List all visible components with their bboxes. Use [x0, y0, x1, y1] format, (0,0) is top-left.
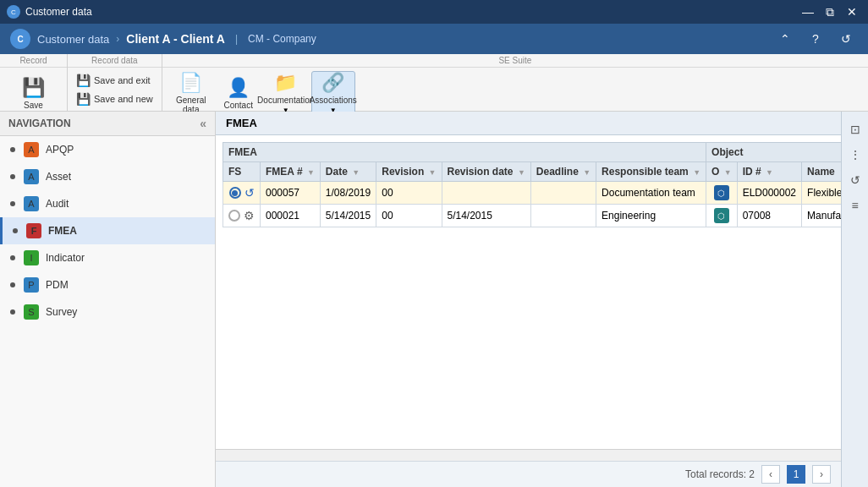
col-revision-date[interactable]: Revision date ▼: [442, 162, 530, 182]
total-records: Total records: 2: [685, 468, 755, 480]
sidebar-collapse-button[interactable]: «: [200, 117, 206, 130]
audit-icon: A: [24, 196, 39, 211]
asset-icon: A: [24, 169, 39, 184]
sidebar-item-apqp[interactable]: A APQP: [0, 136, 215, 163]
collapse-button[interactable]: ⌃: [773, 27, 797, 51]
col-date[interactable]: Date ▼: [320, 162, 376, 182]
right-tool-tree[interactable]: ⋮: [844, 144, 866, 166]
sidebar-label-pdm: PDM: [46, 279, 69, 291]
right-tool-list[interactable]: ≡: [844, 194, 866, 216]
sidebar-dot-indicator: [10, 255, 15, 260]
cell-responsible-team: Documentation team: [596, 182, 706, 205]
save-exit-button[interactable]: 💾 Save and exit: [73, 72, 157, 89]
help-button[interactable]: ?: [804, 27, 827, 51]
sidebar-item-fmea[interactable]: F FMEA: [0, 217, 215, 244]
table-footer: Total records: 2 ‹ 1 ›: [216, 461, 841, 487]
col-fmea-num[interactable]: FMEA # ▼: [261, 162, 321, 182]
save-exit-label: Save and exit: [94, 75, 151, 85]
status-icon: ↺: [244, 186, 255, 200]
radio-empty[interactable]: [228, 210, 240, 222]
sort-icon: ▼: [307, 168, 315, 177]
contact-button[interactable]: 👤 Contact: [217, 71, 261, 115]
sidebar-item-pdm[interactable]: P PDM: [0, 271, 215, 298]
sidebar-item-audit[interactable]: A Audit: [0, 190, 215, 217]
radio-selected[interactable]: [229, 187, 241, 199]
user-avatar: C: [10, 29, 30, 49]
table-row[interactable]: ↺ 000057 1/08/2019 00 Documentation team…: [223, 182, 842, 205]
breadcrumb-actions: ⌃ ? ↺: [773, 27, 858, 51]
col-fs[interactable]: FS: [223, 162, 261, 182]
table-row[interactable]: ⚙ 000021 5/14/2015 00 5/14/2015 Engineer…: [223, 205, 842, 227]
sort-icon: ▼: [518, 168, 525, 177]
breadcrumb-app[interactable]: Customer data: [37, 33, 109, 46]
apqp-icon: A: [24, 142, 39, 157]
pdm-icon: P: [24, 277, 39, 293]
save-exit-icon: 💾: [76, 74, 91, 87]
toolbar-record-label: Record: [0, 54, 67, 68]
main-layout: NAVIGATION « A APQP A Asset A Audit F FM…: [0, 112, 868, 487]
col-id[interactable]: ID # ▼: [737, 162, 801, 182]
cell-revision-date: [442, 182, 530, 205]
horizontal-scrollbar[interactable]: [216, 449, 841, 461]
sort-icon: ▼: [724, 168, 732, 177]
col-revision[interactable]: Revision ▼: [376, 162, 442, 182]
minimize-button[interactable]: —: [799, 3, 817, 21]
pagination-prev-button[interactable]: ‹: [761, 465, 780, 484]
sidebar-header: NAVIGATION «: [0, 112, 215, 136]
fmea-group-header: FMEA: [223, 143, 706, 162]
maximize-button[interactable]: ⧉: [821, 3, 839, 21]
fmea-table: FMEA Object FS FMEA # ▼ Date ▼: [222, 142, 841, 227]
col-o[interactable]: O ▼: [706, 162, 738, 182]
refresh-button[interactable]: ↺: [834, 27, 858, 51]
documentation-button[interactable]: 📁 Documentation ▼: [264, 71, 308, 115]
general-data-button[interactable]: 📄 General data: [169, 71, 213, 115]
sidebar-label-survey: Survey: [46, 306, 77, 318]
sort-icon: ▼: [352, 168, 360, 177]
col-deadline[interactable]: Deadline ▼: [530, 162, 596, 182]
sidebar-title: NAVIGATION: [8, 118, 71, 129]
survey-icon: S: [24, 304, 39, 320]
cell-fs: ↺: [223, 182, 261, 205]
cell-fs: ⚙: [223, 205, 261, 227]
sidebar-dot-audit: [10, 201, 15, 206]
sort-icon: ▼: [766, 168, 773, 177]
sidebar-item-indicator[interactable]: I Indicator: [0, 244, 215, 271]
breadcrumb-client: Client A - Client A: [126, 32, 225, 46]
pagination-page1-button[interactable]: 1: [787, 465, 805, 484]
status-icon: ⚙: [244, 209, 255, 222]
cell-revision: 00: [376, 182, 442, 205]
right-tool-save-view[interactable]: ⊡: [844, 118, 866, 140]
indicator-icon: I: [24, 250, 39, 265]
sidebar-item-survey[interactable]: S Survey: [0, 298, 215, 326]
table-container[interactable]: FMEA Object FS FMEA # ▼ Date ▼: [216, 135, 841, 449]
cell-date: 1/08/2019: [320, 182, 376, 205]
sidebar-label-apqp: APQP: [46, 144, 74, 156]
general-data-icon: 📄: [179, 72, 202, 94]
sort-icon: ▼: [583, 168, 591, 177]
contact-label: Contact: [223, 101, 252, 110]
sidebar-item-asset[interactable]: A Asset: [0, 163, 215, 190]
sidebar-label-audit: Audit: [46, 198, 69, 210]
save-button[interactable]: 💾 Save: [12, 71, 56, 115]
save-icon: 💾: [22, 77, 45, 99]
title-bar: C Customer data — ⧉ ✕: [0, 0, 868, 24]
associations-button[interactable]: 🔗 Associations ▼: [311, 71, 355, 115]
content-area: FMEA FMEA Object FS FMEA # ▼: [216, 112, 841, 487]
sidebar-label-indicator: Indicator: [46, 252, 85, 264]
title-bar-left: C Customer data: [7, 5, 92, 19]
col-name[interactable]: Name ▼: [802, 162, 841, 182]
close-button[interactable]: ✕: [843, 3, 861, 21]
save-new-button[interactable]: 💾 Save and new: [73, 90, 157, 107]
sort-icon: ▼: [429, 168, 437, 177]
pagination-next-button[interactable]: ›: [812, 465, 831, 484]
save-new-label: Save and new: [94, 94, 153, 104]
associations-icon: 🔗: [321, 72, 344, 94]
associations-label: Associations: [310, 96, 357, 105]
toolbar-sesuite-label: SE Suite: [162, 54, 868, 68]
breadcrumb-company: CM - Company: [248, 33, 316, 45]
col-responsible-team[interactable]: Responsible team ▼: [596, 162, 706, 182]
cell-revision: 00: [376, 205, 442, 227]
cell-fmea-num: 000021: [261, 205, 321, 227]
right-tool-refresh[interactable]: ↺: [844, 169, 866, 191]
cell-date: 5/14/2015: [320, 205, 376, 227]
